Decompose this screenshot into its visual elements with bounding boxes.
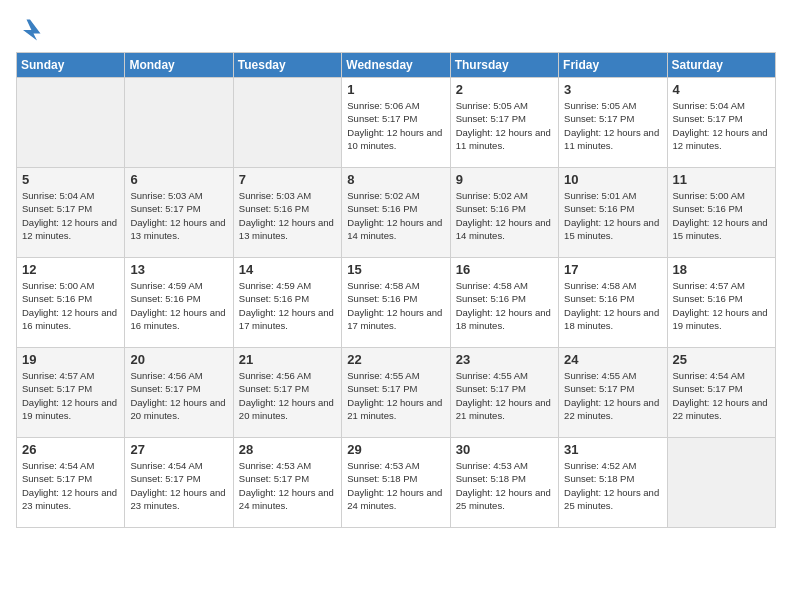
day-info: Sunrise: 4:58 AM Sunset: 5:16 PM Dayligh…: [564, 279, 661, 332]
day-info: Sunrise: 4:59 AM Sunset: 5:16 PM Dayligh…: [130, 279, 227, 332]
day-info: Sunrise: 5:00 AM Sunset: 5:16 PM Dayligh…: [22, 279, 119, 332]
day-info: Sunrise: 4:55 AM Sunset: 5:17 PM Dayligh…: [456, 369, 553, 422]
calendar-cell: 11Sunrise: 5:00 AM Sunset: 5:16 PM Dayli…: [667, 168, 775, 258]
col-header-tuesday: Tuesday: [233, 53, 341, 78]
calendar-table: SundayMondayTuesdayWednesdayThursdayFrid…: [16, 52, 776, 528]
calendar-cell: 5Sunrise: 5:04 AM Sunset: 5:17 PM Daylig…: [17, 168, 125, 258]
calendar-cell: 30Sunrise: 4:53 AM Sunset: 5:18 PM Dayli…: [450, 438, 558, 528]
calendar-cell: [125, 78, 233, 168]
day-number: 25: [673, 352, 770, 367]
day-number: 31: [564, 442, 661, 457]
day-info: Sunrise: 4:56 AM Sunset: 5:17 PM Dayligh…: [239, 369, 336, 422]
calendar-week-1: 1Sunrise: 5:06 AM Sunset: 5:17 PM Daylig…: [17, 78, 776, 168]
day-number: 4: [673, 82, 770, 97]
calendar-cell: 19Sunrise: 4:57 AM Sunset: 5:17 PM Dayli…: [17, 348, 125, 438]
day-info: Sunrise: 4:54 AM Sunset: 5:17 PM Dayligh…: [673, 369, 770, 422]
day-info: Sunrise: 4:54 AM Sunset: 5:17 PM Dayligh…: [130, 459, 227, 512]
day-info: Sunrise: 5:01 AM Sunset: 5:16 PM Dayligh…: [564, 189, 661, 242]
calendar-cell: 14Sunrise: 4:59 AM Sunset: 5:16 PM Dayli…: [233, 258, 341, 348]
day-info: Sunrise: 5:00 AM Sunset: 5:16 PM Dayligh…: [673, 189, 770, 242]
day-info: Sunrise: 4:55 AM Sunset: 5:17 PM Dayligh…: [347, 369, 444, 422]
col-header-sunday: Sunday: [17, 53, 125, 78]
calendar-cell: 12Sunrise: 5:00 AM Sunset: 5:16 PM Dayli…: [17, 258, 125, 348]
col-header-saturday: Saturday: [667, 53, 775, 78]
day-number: 8: [347, 172, 444, 187]
calendar-cell: 15Sunrise: 4:58 AM Sunset: 5:16 PM Dayli…: [342, 258, 450, 348]
day-number: 9: [456, 172, 553, 187]
calendar-cell: 7Sunrise: 5:03 AM Sunset: 5:16 PM Daylig…: [233, 168, 341, 258]
day-number: 29: [347, 442, 444, 457]
day-info: Sunrise: 5:03 AM Sunset: 5:16 PM Dayligh…: [239, 189, 336, 242]
day-info: Sunrise: 4:54 AM Sunset: 5:17 PM Dayligh…: [22, 459, 119, 512]
day-info: Sunrise: 4:53 AM Sunset: 5:18 PM Dayligh…: [456, 459, 553, 512]
col-header-friday: Friday: [559, 53, 667, 78]
day-info: Sunrise: 5:05 AM Sunset: 5:17 PM Dayligh…: [564, 99, 661, 152]
calendar-cell: 23Sunrise: 4:55 AM Sunset: 5:17 PM Dayli…: [450, 348, 558, 438]
calendar-cell: [17, 78, 125, 168]
calendar-cell: 21Sunrise: 4:56 AM Sunset: 5:17 PM Dayli…: [233, 348, 341, 438]
calendar-cell: 3Sunrise: 5:05 AM Sunset: 5:17 PM Daylig…: [559, 78, 667, 168]
calendar-week-3: 12Sunrise: 5:00 AM Sunset: 5:16 PM Dayli…: [17, 258, 776, 348]
calendar-cell: 31Sunrise: 4:52 AM Sunset: 5:18 PM Dayli…: [559, 438, 667, 528]
calendar-cell: 13Sunrise: 4:59 AM Sunset: 5:16 PM Dayli…: [125, 258, 233, 348]
day-number: 11: [673, 172, 770, 187]
day-number: 30: [456, 442, 553, 457]
day-number: 3: [564, 82, 661, 97]
day-number: 21: [239, 352, 336, 367]
day-info: Sunrise: 4:57 AM Sunset: 5:16 PM Dayligh…: [673, 279, 770, 332]
day-number: 14: [239, 262, 336, 277]
day-info: Sunrise: 4:53 AM Sunset: 5:17 PM Dayligh…: [239, 459, 336, 512]
calendar-cell: 6Sunrise: 5:03 AM Sunset: 5:17 PM Daylig…: [125, 168, 233, 258]
day-number: 17: [564, 262, 661, 277]
calendar-cell: 20Sunrise: 4:56 AM Sunset: 5:17 PM Dayli…: [125, 348, 233, 438]
calendar-cell: [667, 438, 775, 528]
calendar-cell: 25Sunrise: 4:54 AM Sunset: 5:17 PM Dayli…: [667, 348, 775, 438]
day-number: 24: [564, 352, 661, 367]
day-number: 26: [22, 442, 119, 457]
day-info: Sunrise: 5:05 AM Sunset: 5:17 PM Dayligh…: [456, 99, 553, 152]
calendar-cell: 28Sunrise: 4:53 AM Sunset: 5:17 PM Dayli…: [233, 438, 341, 528]
day-info: Sunrise: 4:55 AM Sunset: 5:17 PM Dayligh…: [564, 369, 661, 422]
day-info: Sunrise: 5:02 AM Sunset: 5:16 PM Dayligh…: [456, 189, 553, 242]
col-header-wednesday: Wednesday: [342, 53, 450, 78]
day-number: 13: [130, 262, 227, 277]
calendar-cell: 10Sunrise: 5:01 AM Sunset: 5:16 PM Dayli…: [559, 168, 667, 258]
svg-marker-0: [23, 20, 41, 41]
day-info: Sunrise: 5:02 AM Sunset: 5:16 PM Dayligh…: [347, 189, 444, 242]
day-info: Sunrise: 5:04 AM Sunset: 5:17 PM Dayligh…: [22, 189, 119, 242]
calendar-week-5: 26Sunrise: 4:54 AM Sunset: 5:17 PM Dayli…: [17, 438, 776, 528]
calendar-cell: 24Sunrise: 4:55 AM Sunset: 5:17 PM Dayli…: [559, 348, 667, 438]
day-number: 2: [456, 82, 553, 97]
calendar-cell: 8Sunrise: 5:02 AM Sunset: 5:16 PM Daylig…: [342, 168, 450, 258]
day-number: 15: [347, 262, 444, 277]
day-number: 20: [130, 352, 227, 367]
calendar-cell: 26Sunrise: 4:54 AM Sunset: 5:17 PM Dayli…: [17, 438, 125, 528]
day-info: Sunrise: 5:03 AM Sunset: 5:17 PM Dayligh…: [130, 189, 227, 242]
day-info: Sunrise: 4:58 AM Sunset: 5:16 PM Dayligh…: [347, 279, 444, 332]
logo: [16, 16, 48, 44]
day-info: Sunrise: 4:56 AM Sunset: 5:17 PM Dayligh…: [130, 369, 227, 422]
day-info: Sunrise: 4:57 AM Sunset: 5:17 PM Dayligh…: [22, 369, 119, 422]
calendar-cell: 2Sunrise: 5:05 AM Sunset: 5:17 PM Daylig…: [450, 78, 558, 168]
calendar-cell: 27Sunrise: 4:54 AM Sunset: 5:17 PM Dayli…: [125, 438, 233, 528]
day-number: 23: [456, 352, 553, 367]
day-number: 19: [22, 352, 119, 367]
day-number: 28: [239, 442, 336, 457]
day-info: Sunrise: 5:06 AM Sunset: 5:17 PM Dayligh…: [347, 99, 444, 152]
calendar-cell: 22Sunrise: 4:55 AM Sunset: 5:17 PM Dayli…: [342, 348, 450, 438]
day-number: 5: [22, 172, 119, 187]
day-info: Sunrise: 4:52 AM Sunset: 5:18 PM Dayligh…: [564, 459, 661, 512]
calendar-cell: 18Sunrise: 4:57 AM Sunset: 5:16 PM Dayli…: [667, 258, 775, 348]
logo-icon: [16, 16, 44, 44]
day-number: 27: [130, 442, 227, 457]
calendar-cell: 4Sunrise: 5:04 AM Sunset: 5:17 PM Daylig…: [667, 78, 775, 168]
day-number: 12: [22, 262, 119, 277]
day-number: 16: [456, 262, 553, 277]
day-number: 6: [130, 172, 227, 187]
day-info: Sunrise: 4:53 AM Sunset: 5:18 PM Dayligh…: [347, 459, 444, 512]
day-number: 1: [347, 82, 444, 97]
col-header-monday: Monday: [125, 53, 233, 78]
day-number: 22: [347, 352, 444, 367]
day-info: Sunrise: 4:58 AM Sunset: 5:16 PM Dayligh…: [456, 279, 553, 332]
day-info: Sunrise: 4:59 AM Sunset: 5:16 PM Dayligh…: [239, 279, 336, 332]
